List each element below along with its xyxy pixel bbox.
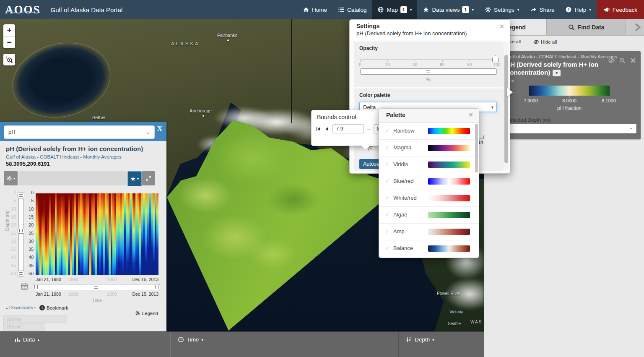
time-slider-handle-center[interactable] <box>94 286 98 289</box>
layer-variable-value: pH <box>8 129 16 135</box>
depth-tick-label: 40 <box>25 255 34 260</box>
layer-options-dropdown-button[interactable]: ▾ <box>553 70 561 76</box>
opacity-range-bar[interactable] <box>360 68 497 75</box>
palette-option-viridis[interactable]: ✓Viridis <box>379 156 479 173</box>
box-zoom-button[interactable] <box>3 54 15 65</box>
time-slider-handle-right[interactable] <box>155 285 158 289</box>
bookmark-link[interactable]: iBookmark <box>39 305 68 310</box>
palette-scrollbar-thumb[interactable] <box>475 124 478 172</box>
close-panel-button[interactable]: X <box>157 125 162 133</box>
step-back-icon[interactable] <box>324 126 330 132</box>
nav-help[interactable]: ? Help ▾ <box>560 0 596 19</box>
palette-option-balance[interactable]: ✓Balance <box>379 240 479 257</box>
depth-tick-label: 30 <box>25 239 34 244</box>
expand-chart-button[interactable] <box>142 171 155 185</box>
colorbar-units-label: pH fraction <box>529 105 610 111</box>
settings-popup-title: Settings <box>356 23 379 29</box>
hide-all-button[interactable]: Hide all <box>533 39 557 45</box>
caret-down-icon: ▾ <box>202 338 204 342</box>
time-range-slider[interactable] <box>33 284 160 290</box>
data-section-toggle[interactable]: Data ▴ <box>14 336 39 343</box>
settings-close-button[interactable]: × <box>499 22 504 31</box>
nav-home-label: Home <box>312 7 327 13</box>
nav-settings[interactable]: Settings ▾ <box>479 0 525 19</box>
map-scale-km: 200 km <box>3 315 67 323</box>
legend-layer-title: pH (Derived solely from H+ ion concentra… <box>506 60 611 76</box>
clock-icon <box>178 336 184 343</box>
depth-section-toggle[interactable]: Depth ▾ <box>406 336 434 343</box>
settings-scrollbar-thumb[interactable] <box>504 55 508 163</box>
panel-expander-arrow[interactable] <box>507 88 513 96</box>
settings-scrollbar <box>504 42 509 170</box>
nav-menu: Home Catalog Map 1 ▾ <box>297 0 644 19</box>
nav-share[interactable]: Share <box>525 0 560 19</box>
remove-layer-icon[interactable] <box>630 57 636 64</box>
nav-help-caret-icon: ▾ <box>589 8 591 12</box>
nav-help-label: Help <box>574 7 586 13</box>
selected-depth-label: Selected Depth (m): <box>506 117 551 123</box>
depth-tick-label: 25 <box>8 231 16 236</box>
opacity-range-handle-left[interactable] <box>362 70 365 73</box>
depth-tick-label: 35 <box>8 247 16 252</box>
data-section-label: Data <box>23 336 35 343</box>
svg-text:?: ? <box>568 8 570 12</box>
opacity-tick-label: 20 <box>381 63 394 67</box>
opacity-range-handle-center[interactable] <box>426 70 430 73</box>
palette-close-button[interactable]: × <box>469 111 473 119</box>
settings-popup-subtitle: pH (Derived solely from H+ ion concentra… <box>356 30 467 36</box>
depth-tick-label: 30 <box>8 239 16 244</box>
opacity-range-handle-right[interactable] <box>492 70 495 73</box>
zoom-in-button[interactable]: + <box>3 24 15 36</box>
depth-slider-handle-bottom[interactable] <box>18 271 24 276</box>
catalog-list-icon <box>338 6 345 13</box>
time-tick-label: Jan 21, 1980 <box>36 277 61 282</box>
nav-map[interactable]: Map 1 ▾ <box>372 0 417 19</box>
time-section-toggle[interactable]: Time ▾ <box>178 336 203 343</box>
depth-range-slider[interactable] <box>18 193 23 276</box>
nav-feedback[interactable]: Feedback <box>597 0 644 19</box>
palette-option-white-red[interactable]: ✓White/red <box>379 190 479 207</box>
opacity-slider-handle[interactable] <box>492 55 499 62</box>
nav-data-views[interactable]: Data views 1 ▾ <box>417 0 479 19</box>
bounds-min-input[interactable]: 7.9 <box>332 124 364 133</box>
calendar-icon[interactable] <box>20 282 29 290</box>
panel-collapse-chevron[interactable] <box>635 23 641 32</box>
settings-popup-header: Settings pH (Derived solely from H+ ion … <box>350 20 510 40</box>
gear-icon <box>485 6 491 13</box>
depth-section-label: Depth <box>415 336 430 343</box>
heatmap-time-axis: Jan 21, 198019902000Dec 15, 2013 <box>36 277 158 283</box>
sensor-settings-button[interactable]: ▾ <box>4 171 18 185</box>
time-tick-label: 1990 <box>61 292 86 297</box>
tab-find-data[interactable]: Find Data <box>546 19 626 35</box>
depth-tick-label: 50 <box>8 271 16 276</box>
depth-slider-handle-middle[interactable] <box>18 228 24 234</box>
depth-time-heatmap[interactable] <box>36 193 158 275</box>
layer-variable-select[interactable]: pH ⌄ <box>4 125 155 139</box>
map-label-victoria: Victoria <box>449 310 463 314</box>
colorbar-tick <box>609 96 609 98</box>
palette-option-blue-red[interactable]: ✓Blue/red <box>379 173 479 190</box>
hide-layer-icon[interactable] <box>608 57 615 64</box>
depth-tick-label: 15 <box>8 214 16 219</box>
legend-toggle-link[interactable]: Legend <box>135 310 158 316</box>
map-zoom-controls: + − <box>3 24 15 48</box>
tab-find-data-label: Find Data <box>578 19 605 35</box>
aoos-logo[interactable]: AOOS <box>5 3 41 16</box>
palette-option-amp[interactable]: ✓Amp <box>379 224 479 240</box>
downloads-link[interactable]: ▴ Downloads <box>6 305 33 310</box>
palette-option-rainbow[interactable]: ✓Rainbow <box>379 123 479 140</box>
zoom-to-layer-icon[interactable] <box>619 57 626 64</box>
nav-home[interactable]: Home <box>297 0 332 19</box>
time-slider-handle-left[interactable] <box>34 285 38 289</box>
palette-option-magma[interactable]: ✓Magma <box>379 140 479 156</box>
palette-option-algae[interactable]: ✓Algae <box>379 207 479 224</box>
palette-popup-header: Palette × <box>379 109 479 123</box>
favorite-button[interactable]: ▾ <box>127 171 142 186</box>
num-colors-end-tick <box>483 136 484 139</box>
step-first-icon[interactable] <box>316 126 321 132</box>
nav-data-views-label: Data views <box>432 7 460 13</box>
zoom-out-button[interactable]: − <box>3 36 15 48</box>
nav-catalog[interactable]: Catalog <box>332 0 372 19</box>
selected-depth-select[interactable]: ⌄ <box>506 124 636 133</box>
depth-slider-handle-top[interactable] <box>18 193 24 198</box>
